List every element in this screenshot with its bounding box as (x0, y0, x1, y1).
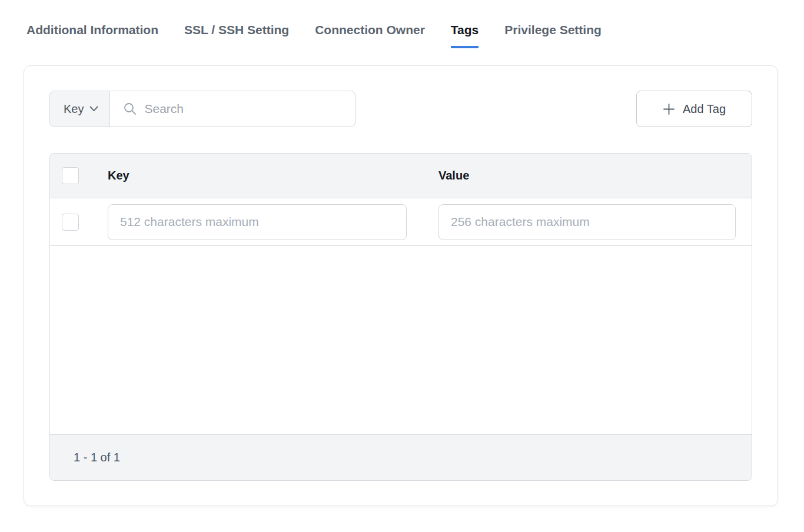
row-checkbox-cell (50, 214, 108, 231)
add-tag-button[interactable]: Add Tag (636, 91, 752, 127)
search-icon (123, 102, 137, 116)
column-header-key: Key (108, 169, 438, 182)
add-tag-button-label: Add Tag (683, 102, 726, 116)
tag-key-input[interactable] (108, 204, 407, 240)
select-all-checkbox[interactable] (62, 167, 79, 184)
select-all-cell (50, 167, 108, 184)
tab-privilege-setting[interactable]: Privilege Setting (504, 22, 602, 48)
tag-value-input[interactable] (438, 204, 736, 240)
table-footer: 1 - 1 of 1 (50, 434, 752, 480)
table-empty-area (50, 246, 752, 434)
plus-icon (663, 103, 675, 115)
search-field-dropdown[interactable]: Key (50, 91, 110, 127)
search-combo: Key (49, 91, 356, 127)
tags-table: Key Value 1 - 1 of 1 (49, 153, 752, 481)
table-row (50, 198, 752, 246)
value-cell (438, 204, 752, 240)
search-field-dropdown-label: Key (64, 102, 84, 116)
pagination-range-text: 1 - 1 of 1 (74, 451, 120, 464)
tabs-bar: Additional Information SSL / SSH Setting… (0, 0, 804, 48)
key-cell (108, 204, 438, 240)
search-field (110, 91, 355, 127)
search-input[interactable] (144, 102, 345, 116)
chevron-down-icon (89, 106, 98, 112)
tags-toolbar: Key (49, 91, 752, 127)
column-header-value: Value (438, 169, 752, 182)
row-checkbox[interactable] (62, 214, 79, 231)
tab-additional-information[interactable]: Additional Information (26, 22, 158, 48)
tab-ssl-ssh-setting[interactable]: SSL / SSH Setting (184, 22, 289, 48)
table-header-row: Key Value (50, 154, 752, 198)
tab-connection-owner[interactable]: Connection Owner (315, 22, 425, 48)
tab-tags[interactable]: Tags (451, 22, 479, 48)
tags-panel: Key (24, 65, 778, 506)
